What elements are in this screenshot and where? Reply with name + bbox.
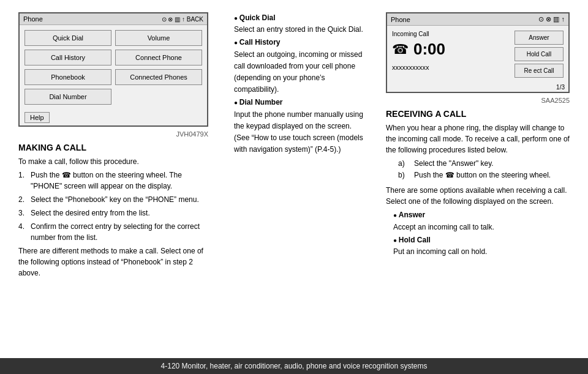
step-1: 1. Push the ☎ button on the steering whe…	[18, 170, 208, 192]
menu-btn-volume[interactable]: Volume	[115, 30, 202, 46]
page-indicator: 1/3	[556, 84, 565, 91]
step-1-text: Push the ☎ button on the steering wheel.…	[31, 170, 208, 192]
bullet-quick-dial-desc: Select an entry stored in the Quick Dial…	[234, 25, 363, 34]
phone-screen-left: Phone ⊙ ⊗ ▥ ↑ BACK Quick Dial Volume Cal…	[18, 12, 208, 127]
screen-icons-left: ⊙ ⊗ ▥ ↑ BACK	[162, 16, 203, 23]
bullet-dial-number-title: Dial Number	[239, 98, 283, 107]
screen-footer-left: Help	[20, 110, 207, 125]
bullet-call-history-desc: Select an outgoing, incoming or missed c…	[234, 50, 362, 94]
image-ref-left: JVH0479X	[18, 130, 208, 138]
answer-button[interactable]: Answer	[514, 31, 564, 45]
making-call-title: MAKING A CALL	[18, 143, 208, 152]
hold-call-button[interactable]: Hold Call	[514, 47, 564, 61]
right-bullet-list: Answer Accept an incoming call to talk. …	[386, 209, 570, 259]
menu-btn-connect-phone[interactable]: Connect Phone	[115, 50, 202, 65]
receiving-sub-steps: a) Select the "Answer" key. b) Push the …	[386, 158, 570, 181]
sub-step-b-label: b)	[398, 170, 410, 181]
menu-btn-quick-dial[interactable]: Quick Dial	[24, 30, 111, 46]
page-container: Phone ⊙ ⊗ ▥ ↑ BACK Quick Dial Volume Cal…	[0, 0, 588, 374]
sub-step-a-label: a)	[398, 158, 410, 170]
caller-number: xxxxxxxxxxx	[392, 64, 511, 71]
incoming-call-area: Incoming Call ☎ 0:00 xxxxxxxxxxx	[392, 31, 511, 78]
screen-header-left: Phone ⊙ ⊗ ▥ ↑ BACK	[20, 13, 207, 25]
making-call-outro: There are different methods to make a ca…	[18, 245, 208, 279]
right-column: Phone ⊙ ⊗ ▥ ↑ Incoming Call ☎ 0:00 xxxxx…	[386, 12, 570, 358]
center-bullet-list: Quick Dial Select an entry stored in the…	[227, 12, 368, 157]
call-action-buttons: Answer Hold Call Re ect Call	[514, 31, 564, 78]
sub-step-b: b) Push the ☎ button on the steering whe…	[398, 170, 570, 181]
incoming-timer-area: ☎ 0:00	[392, 40, 511, 59]
bullet-dial-number: Dial Number Input the phone number manua…	[227, 97, 368, 155]
making-call-intro: To make a call, follow this procedure.	[18, 156, 208, 167]
step-3-text: Select the desired entry from the list.	[31, 208, 150, 219]
screen-icons-right: ⊙ ⊗ ▥ ↑	[538, 15, 565, 23]
call-timer: 0:00	[413, 40, 445, 59]
bullet-answer-desc: Accept an incoming call to talk.	[393, 223, 494, 231]
bullet-dial-number-desc: Input the phone number manually using th…	[234, 110, 363, 154]
menu-btn-phonebook[interactable]: Phonebook	[24, 69, 111, 85]
step-4: 4. Confirm the correct entry by selectin…	[18, 221, 208, 243]
bullet-call-history-title: Call History	[239, 38, 281, 47]
main-content: Phone ⊙ ⊗ ▥ ↑ BACK Quick Dial Volume Cal…	[0, 0, 588, 358]
step-4-text: Confirm the correct entry by selecting f…	[31, 221, 208, 243]
bullet-quick-dial: Quick Dial Select an entry stored in the…	[227, 12, 368, 36]
receiving-call-title: RECEIVING A CALL	[386, 109, 570, 119]
reject-call-button[interactable]: Re ect Call	[514, 64, 564, 78]
step-4-num: 4.	[18, 221, 28, 243]
step-1-num: 1.	[18, 170, 28, 192]
screen-title-left: Phone	[23, 15, 43, 23]
bullet-hold-call-desc: Put an incoming call on hold.	[393, 247, 487, 256]
screen-body-left: Quick Dial Volume Call History Connect P…	[20, 25, 207, 110]
image-ref-right: SAA2525	[386, 97, 570, 104]
screen-header-right: Phone ⊙ ⊗ ▥ ↑	[387, 13, 568, 26]
screen-footer-right: 1/3	[387, 83, 568, 92]
bullet-quick-dial-title: Quick Dial	[239, 13, 276, 22]
sub-step-b-text: Push the ☎ button on the steering wheel.	[414, 170, 551, 181]
step-3-num: 3.	[18, 208, 28, 219]
menu-btn-call-history[interactable]: Call History	[24, 50, 111, 65]
receiving-call-intro: When you hear a phone ring, the display …	[386, 122, 570, 155]
menu-btn-dial-number[interactable]: Dial Number	[24, 89, 111, 105]
center-column: Quick Dial Select an entry stored in the…	[221, 12, 374, 358]
phone-screen-right: Phone ⊙ ⊗ ▥ ↑ Incoming Call ☎ 0:00 xxxxx…	[386, 12, 570, 93]
left-column: Phone ⊙ ⊗ ▥ ↑ BACK Quick Dial Volume Cal…	[18, 12, 208, 358]
bullet-hold-call: Hold Call Put an incoming call on hold.	[386, 234, 570, 258]
bullet-call-history: Call History Select an outgoing, incomin…	[227, 37, 368, 95]
phone-large-icon: ☎	[392, 42, 409, 58]
step-2-text: Select the “Phonebook” key on the “PHONE…	[31, 194, 199, 205]
footer-text: 4-120 Monitor, heater, air conditioner, …	[161, 362, 428, 370]
sub-step-a: a) Select the "Answer" key.	[398, 158, 570, 170]
step-3: 3. Select the desired entry from the lis…	[18, 208, 208, 219]
step-2-num: 2.	[18, 194, 28, 205]
sub-step-a-text: Select the "Answer" key.	[414, 158, 494, 170]
incoming-call-label: Incoming Call	[392, 31, 511, 37]
screen-title-right: Phone	[391, 16, 410, 23]
bullet-answer: Answer Accept an incoming call to talk.	[386, 209, 570, 233]
menu-btn-connected-phones[interactable]: Connected Phones	[115, 69, 202, 85]
bullet-hold-call-title: Hold Call	[399, 236, 431, 244]
step-2: 2. Select the “Phonebook” key on the “PH…	[18, 194, 208, 205]
bullet-answer-title: Answer	[399, 211, 425, 219]
screen-body-right: Incoming Call ☎ 0:00 xxxxxxxxxxx Answer …	[387, 26, 568, 83]
receiving-note: There are some options available when re…	[386, 185, 570, 207]
footer-bar: 4-120 Monitor, heater, air conditioner, …	[0, 358, 588, 374]
help-button[interactable]: Help	[24, 112, 50, 123]
